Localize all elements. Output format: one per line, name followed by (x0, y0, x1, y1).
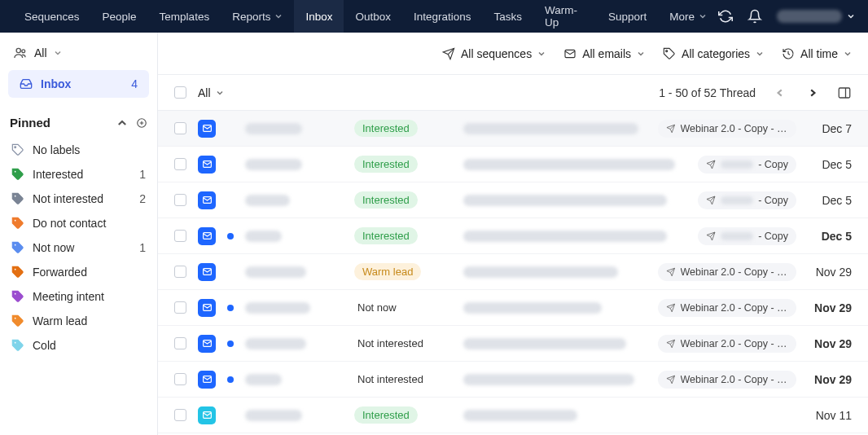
inbox-row[interactable]: Not interested Webinar 2.0 - Copy - C...… (158, 326, 868, 362)
sequence-pill[interactable]: Webinar 2.0 - Copy - C... (658, 263, 796, 281)
status-pill: Interested (354, 191, 418, 209)
select-all-checkbox[interactable] (174, 86, 186, 99)
row-checkbox[interactable] (174, 122, 186, 134)
next-page-button[interactable] (804, 85, 821, 101)
sequence-pill[interactable]: Webinar 2.0 - Copy - C... (658, 299, 796, 317)
row-date: Dec 5 (808, 194, 852, 207)
inbox-row[interactable]: Warm lead Webinar 2.0 - Copy - C... Nov … (158, 254, 868, 290)
row-checkbox[interactable] (174, 158, 186, 170)
unread-dot (227, 233, 234, 239)
tag-icon (11, 339, 24, 352)
sequence-pill[interactable]: Webinar 2.0 - Copy - C... (658, 371, 796, 389)
status-pill: Not now (354, 299, 400, 316)
filter-sequences-label: All sequences (461, 47, 532, 60)
sequence-name: - Copy (758, 231, 788, 242)
row-date: Nov 29 (808, 266, 852, 279)
sequence-pill[interactable]: Webinar 2.0 - Copy - C... (658, 335, 796, 353)
prev-page-button[interactable] (772, 85, 788, 101)
sender-redacted (245, 195, 343, 206)
row-checkbox[interactable] (174, 194, 186, 206)
chevron-down-icon (699, 12, 707, 20)
sidebar-label-warm-lead[interactable]: Warm lead (8, 309, 149, 333)
content: All sequences All emails All categories … (158, 33, 868, 435)
sidebar-inbox[interactable]: Inbox 4 (8, 70, 149, 98)
inbox-row[interactable]: Interested - Copy Dec 5 (158, 218, 868, 254)
filter-sequences[interactable]: All sequences (442, 47, 546, 60)
nav-right (718, 9, 855, 24)
nav-item-integrations[interactable]: Integrations (402, 0, 483, 33)
chevron-down-icon (756, 50, 764, 58)
channel-email-icon (198, 335, 216, 353)
sidebar-label-interested[interactable]: Interested1 (8, 162, 149, 187)
refresh-icon[interactable] (718, 9, 733, 24)
nav-item-reports[interactable]: Reports (221, 0, 294, 33)
label-name: Do not contact (33, 217, 106, 230)
inbox-row[interactable]: Interested - Copy Dec 5 (158, 147, 868, 182)
tag-icon (11, 217, 24, 230)
filter-categories[interactable]: All categories (663, 47, 764, 60)
inbox-row[interactable]: Not interested Webinar 2.0 - Copy - C...… (158, 362, 868, 398)
row-date: Nov 11 (808, 409, 852, 422)
filter-emails[interactable]: All emails (563, 47, 645, 60)
label-name: Meeting intent (33, 290, 104, 303)
inbox-row[interactable]: Interested Nov 11 (158, 398, 868, 433)
user-menu[interactable] (777, 10, 855, 23)
add-pinned-icon[interactable] (136, 117, 147, 129)
nav-item-templates[interactable]: Templates (148, 0, 221, 33)
status-pill: Interested (354, 156, 418, 173)
sender-redacted (245, 374, 343, 385)
sequence-name: Webinar 2.0 - Copy - C... (681, 302, 788, 314)
sidebar-label-not-interested[interactable]: Not interested2 (8, 187, 149, 211)
sidebar-pinned-header: Pinned (8, 111, 149, 138)
row-checkbox[interactable] (174, 373, 186, 385)
bell-icon[interactable] (747, 9, 762, 24)
chevron-down-icon (847, 12, 855, 20)
row-checkbox[interactable] (174, 301, 186, 314)
sidebar-all-filter[interactable]: All (8, 42, 149, 70)
filter-time[interactable]: All time (782, 47, 852, 60)
sequence-pill[interactable]: - Copy (698, 156, 796, 174)
chevron-down-icon (54, 49, 62, 57)
row-checkbox[interactable] (174, 230, 186, 242)
pinned-title: Pinned (10, 116, 50, 130)
collapse-icon[interactable] (116, 117, 128, 129)
nav-item-tasks[interactable]: Tasks (483, 0, 534, 33)
sequence-pill[interactable]: - Copy (698, 191, 796, 209)
nav-item-more[interactable]: More (658, 0, 718, 33)
sidebar-label-forwarded[interactable]: Forwarded (8, 260, 149, 284)
preview-redacted (455, 374, 647, 385)
sidebar-label-no-labels[interactable]: No labels (8, 138, 149, 162)
sidebar-label-meeting-intent[interactable]: Meeting intent (8, 284, 149, 309)
sequence-name: Webinar 2.0 - Copy - C... (681, 338, 788, 349)
preview-redacted (455, 266, 647, 278)
sidebar-label-not-now[interactable]: Not now1 (8, 235, 149, 260)
select-all-dropdown[interactable]: All (198, 86, 224, 99)
row-checkbox[interactable] (174, 337, 186, 349)
row-checkbox[interactable] (174, 409, 186, 421)
sequence-name: - Copy (758, 159, 788, 170)
nav-item-support[interactable]: Support (597, 0, 658, 33)
nav-item-people[interactable]: People (91, 0, 148, 33)
nav-item-sequences[interactable]: Sequences (13, 0, 91, 33)
nav-item-warm-up[interactable]: Warm-Up (533, 0, 597, 33)
sidebar-label-cold[interactable]: Cold (8, 333, 149, 358)
redacted-text (721, 160, 753, 169)
inbox-row[interactable]: Interested - Copy Dec 5 (158, 182, 868, 218)
unread-dot (227, 341, 234, 347)
row-date: Dec 7 (808, 122, 852, 135)
panel-toggle-icon[interactable] (837, 86, 852, 100)
sequence-pill[interactable]: - Copy (698, 227, 796, 245)
tag-icon (663, 47, 676, 60)
sequence-pill[interactable]: Webinar 2.0 - Copy - C... (658, 120, 796, 138)
inbox-row[interactable]: Interested Webinar 2.0 - Copy - C... Dec… (158, 111, 868, 147)
row-checkbox[interactable] (174, 266, 186, 278)
sidebar-label-do-not-contact[interactable]: Do not contact (8, 211, 149, 235)
tag-icon (11, 290, 24, 303)
nav-item-outbox[interactable]: Outbox (344, 0, 402, 33)
nav-items: SequencesPeopleTemplatesReportsInboxOutb… (13, 0, 718, 33)
svg-point-9 (15, 293, 16, 295)
nav-item-inbox[interactable]: Inbox (294, 0, 344, 33)
redacted-text (721, 232, 753, 240)
row-date: Dec 5 (808, 230, 852, 243)
inbox-row[interactable]: Not now Webinar 2.0 - Copy - C... Nov 29 (158, 290, 868, 326)
